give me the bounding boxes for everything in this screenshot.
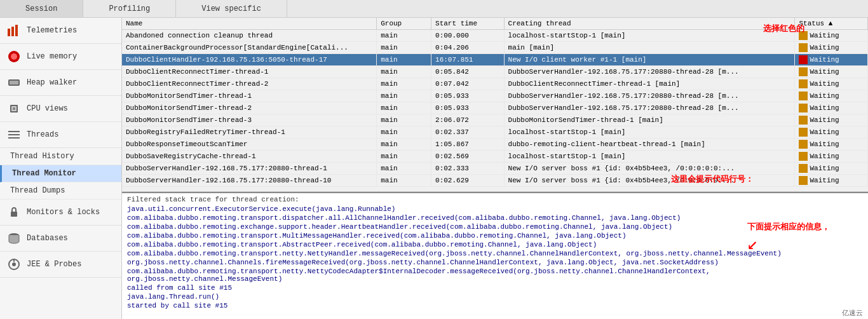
heap-walker-icon [6,75,22,90]
table-row[interactable]: DubboMonitorSendTimer-thread-3 main 2:06… [122,114,868,126]
thread-status: Waiting [795,126,868,139]
thread-group: main [377,30,431,42]
session-tab[interactable]: Session [0,0,83,17]
thread-table: Name Group Start time Creating thread St… [122,18,868,187]
thread-group: main [377,114,431,126]
svg-point-4 [11,53,17,60]
thread-status: Waiting [795,139,868,151]
table-row[interactable]: DubboMonitorSendTimer-thread-2 main 0:05… [122,102,868,114]
trace-line: com.alibaba.dubbo.remoting.transport.Abs… [127,240,863,249]
trace-line: called from call site #15 [127,283,863,292]
thread-status: Waiting [795,78,868,90]
thread-status: Waiting [795,30,868,42]
thread-status: Waiting [795,114,868,126]
stack-trace-panel[interactable]: Filtered stack trace for thread creation… [122,192,868,319]
trace-line: java.util.concurrent.ExecutorService.exe… [127,205,863,214]
sidebar-item-telemetries[interactable]: Telemetries [0,18,121,44]
svg-rect-1 [11,27,14,36]
thread-name: DubboClientReconnectTimer-thread-2 [122,78,377,90]
thread-name: DubboMonitorSendTimer-thread-1 [122,90,377,102]
thread-creating: localhost-startStop-1 [main] [504,151,795,163]
col-status: Status ▲ [795,18,868,30]
sidebar-item-monitors-locks[interactable]: Monitors & locks [0,200,121,226]
thread-name: DubboClientHandler-192.168.75.136:5050-t… [122,54,377,66]
trace-line: org.jboss.netty.channel.Channels.fireMes… [127,258,863,267]
thread-creating: localhost-startStop-1 [main] [504,30,795,42]
top-navigation: Session Profiling View specific [0,0,868,18]
table-row[interactable]: DubboClientReconnectTimer-thread-1 main … [122,66,868,78]
view-specific-tab[interactable]: View specific [176,0,287,17]
thread-name: DubboResponseTimeoutScanTimer [122,139,377,151]
jee-probes-label: JEE & Probes [27,260,81,269]
sidebar-thread-dumps[interactable]: Thread Dumps [0,182,121,200]
trace-line: java.lang.Thread.run() [127,292,863,301]
table-row[interactable]: Abandoned connection cleanup thread main… [122,30,868,42]
trace-line: started by call site #15 [127,301,863,310]
thread-name: DubboMonitorSendTimer-thread-2 [122,102,377,114]
heap-walker-label: Heap walker [27,78,77,87]
thread-creating: localhost-startStop-1 [main] [504,126,795,139]
thread-name: DubboServerHandler-192.168.75.177:20880-… [122,175,377,187]
thread-status: Waiting [795,102,868,114]
telemetries-icon [6,23,22,38]
databases-label: Databases [27,234,68,243]
thread-name: Abandoned connection cleanup thread [122,30,377,42]
live-memory-label: Live memory [27,52,77,61]
table-row[interactable]: DubboServerHandler-192.168.75.177:20880-… [122,163,868,175]
thread-status: Waiting [795,163,868,175]
thread-creating: New I/O server boss #1 {id: 0x4b5b4ee3, … [504,175,795,187]
thread-group: main [377,78,431,90]
sidebar-item-heap-walker[interactable]: Heap walker [0,70,121,96]
telemetries-label: Telemetries [27,26,77,35]
trace-line: com.alibaba.dubbo.remoting.transport.net… [127,267,863,283]
thread-name: DubboClientReconnectTimer-thread-1 [122,66,377,78]
svg-rect-6 [10,81,18,85]
table-row[interactable]: DubboClientReconnectTimer-thread-2 main … [122,78,868,90]
thread-creating: DubboServerHandler-192.168.75.177:20880-… [504,66,795,78]
thread-start-time: 0:02.569 [431,151,504,163]
table-row[interactable]: DubboClientHandler-192.168.75.136:5050-t… [122,54,868,66]
thread-start-time: 0:05.933 [431,102,504,114]
table-row[interactable]: DubboRegistryFailedRetryTimer-thread-1 m… [122,126,868,139]
content-wrapper: Name Group Start time Creating thread St… [122,18,868,319]
table-row[interactable]: DubboServerHandler-192.168.75.177:20880-… [122,175,868,187]
databases-icon [6,231,22,246]
profiling-tab[interactable]: Profiling [83,0,176,17]
thread-start-time: 0:04.206 [431,42,504,54]
sidebar-item-cpu-views[interactable]: CPU views [0,96,121,122]
sidebar-thread-monitor[interactable]: Thread Monitor [0,165,121,182]
thread-table-container[interactable]: Name Group Start time Creating thread St… [122,18,868,192]
thread-group: main [377,139,431,151]
col-start-time: Start time [431,18,504,30]
table-row[interactable]: DubboMonitorSendTimer-thread-1 main 0:05… [122,90,868,102]
live-memory-icon [6,49,22,64]
svg-rect-0 [8,29,10,36]
sidebar-item-threads[interactable]: Threads [0,122,121,148]
svg-rect-2 [15,25,18,36]
monitors-locks-icon [6,205,22,220]
sidebar: Telemetries Live memory Heap walker CPU … [0,18,122,319]
thread-group: main [377,66,431,78]
trace-line: com.alibaba.dubbo.remoting.transport.dis… [127,214,863,222]
thread-start-time: 0:02.629 [431,175,504,187]
jee-probes-icon [6,257,22,272]
sidebar-item-live-memory[interactable]: Live memory [0,44,121,70]
thread-group: main [377,151,431,163]
table-row[interactable]: DubboSaveRegistryCache-thread-1 main 0:0… [122,151,868,163]
thread-creating: DubboServerHandler-192.168.75.177:20880-… [504,90,795,102]
trace-header: Filtered stack trace for thread creation… [127,196,863,203]
sidebar-item-jee-probes[interactable]: JEE & Probes [0,252,121,278]
sidebar-item-databases[interactable]: Databases [0,226,121,252]
trace-line: com.alibaba.dubbo.remoting.transport.Mul… [127,231,863,240]
trace-line: com.alibaba.dubbo.remoting.exchange.supp… [127,222,863,231]
sidebar-thread-history[interactable]: Thread History [0,148,121,165]
table-row[interactable]: ContainerBackgroundProcessor[StandardEng… [122,42,868,54]
table-row[interactable]: DubboResponseTimeoutScanTimer main 1:05.… [122,139,868,151]
watermark: 亿速云 [842,308,863,318]
thread-status: Waiting [795,175,868,187]
cpu-views-label: CPU views [27,104,68,113]
thread-group: main [377,90,431,102]
thread-name: DubboServerHandler-192.168.75.177:20880-… [122,163,377,175]
thread-start-time: 1:05.867 [431,139,504,151]
thread-creating: dubbo-remoting-client-heartbeat-thread-1… [504,139,795,151]
